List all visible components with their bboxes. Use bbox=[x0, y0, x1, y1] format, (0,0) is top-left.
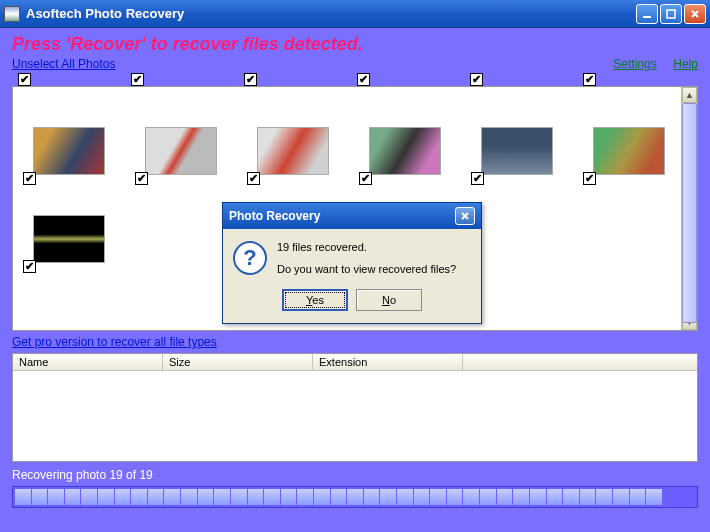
progress-segment bbox=[497, 489, 513, 505]
settings-link[interactable]: Settings bbox=[613, 57, 656, 71]
dialog-text: 19 files recovered. Do you want to view … bbox=[277, 241, 456, 275]
progress-segment bbox=[248, 489, 264, 505]
dialog-close-button[interactable] bbox=[455, 207, 475, 225]
photo-checkbox[interactable]: ✔ bbox=[583, 172, 596, 185]
progress-segment bbox=[331, 489, 347, 505]
photo-thumbnail[interactable]: ✔ bbox=[33, 215, 105, 263]
scroll-track[interactable] bbox=[682, 103, 697, 314]
progress-segment bbox=[181, 489, 197, 505]
no-button[interactable]: No bbox=[356, 289, 422, 311]
photo-checkbox[interactable]: ✔ bbox=[23, 172, 36, 185]
column-size[interactable]: Size bbox=[163, 354, 313, 370]
scrollbar[interactable]: ▲ ▼ bbox=[681, 87, 697, 330]
progress-segment bbox=[380, 489, 396, 505]
thumbnail-image bbox=[33, 215, 105, 263]
photo-thumbnail[interactable]: ✔ bbox=[593, 127, 665, 175]
progress-segment bbox=[513, 489, 529, 505]
dialog-body: ? 19 files recovered. Do you want to vie… bbox=[223, 229, 481, 285]
column-extension[interactable]: Extension bbox=[313, 354, 463, 370]
progress-segment bbox=[297, 489, 313, 505]
photo-thumbnail[interactable]: ✔ bbox=[33, 127, 105, 175]
progress-segment bbox=[264, 489, 280, 505]
top-links: Unselect All Photos Settings Help bbox=[12, 57, 698, 71]
thumbnail-image bbox=[481, 127, 553, 175]
prompt-text: Press 'Recover' to recover files detecte… bbox=[12, 34, 698, 55]
minimize-button[interactable] bbox=[636, 4, 658, 24]
progress-segment bbox=[463, 489, 479, 505]
photo-checkbox[interactable]: ✔ bbox=[244, 73, 257, 86]
progress-segment bbox=[530, 489, 546, 505]
photo-checkbox[interactable]: ✔ bbox=[131, 73, 144, 86]
progress-segment bbox=[663, 489, 679, 505]
progress-segment bbox=[580, 489, 596, 505]
progress-segment bbox=[397, 489, 413, 505]
thumbnail-image bbox=[257, 127, 329, 175]
progress-segment bbox=[314, 489, 330, 505]
yes-button[interactable]: Yes bbox=[282, 289, 348, 311]
thumbnail-image bbox=[33, 127, 105, 175]
progress-segment bbox=[164, 489, 180, 505]
progress-segment bbox=[15, 489, 31, 505]
photo-checkbox[interactable]: ✔ bbox=[18, 73, 31, 86]
progress-segment bbox=[613, 489, 629, 505]
progress-segment bbox=[430, 489, 446, 505]
dialog-line2: Do you want to view recovered files? bbox=[277, 263, 456, 275]
scroll-thumb[interactable] bbox=[682, 103, 697, 323]
thumbnail-image bbox=[145, 127, 217, 175]
column-name[interactable]: Name bbox=[13, 354, 163, 370]
photo-thumbnail[interactable]: ✔ bbox=[257, 127, 329, 175]
thumbnail-image bbox=[369, 127, 441, 175]
app-title: Asoftech Photo Recovery bbox=[26, 6, 636, 21]
photo-checkbox[interactable]: ✔ bbox=[357, 73, 370, 86]
file-table: Name Size Extension bbox=[12, 353, 698, 462]
photo-checkbox[interactable]: ✔ bbox=[135, 172, 148, 185]
photo-checkbox[interactable]: ✔ bbox=[470, 73, 483, 86]
question-icon: ? bbox=[233, 241, 267, 275]
progress-segment bbox=[214, 489, 230, 505]
maximize-button[interactable] bbox=[660, 4, 682, 24]
progress-segment bbox=[131, 489, 147, 505]
help-link[interactable]: Help bbox=[673, 57, 698, 71]
status-text: Recovering photo 19 of 19 bbox=[12, 468, 698, 482]
progress-segment bbox=[32, 489, 48, 505]
photo-checkbox[interactable]: ✔ bbox=[471, 172, 484, 185]
pro-version-link[interactable]: Get pro version to recover all file type… bbox=[12, 335, 217, 349]
progress-segment bbox=[347, 489, 363, 505]
progress-segment bbox=[414, 489, 430, 505]
unselect-all-link[interactable]: Unselect All Photos bbox=[12, 57, 115, 71]
progress-segment bbox=[65, 489, 81, 505]
photo-checkbox[interactable]: ✔ bbox=[23, 260, 36, 273]
progress-segment bbox=[81, 489, 97, 505]
photo-thumbnail[interactable]: ✔ bbox=[145, 127, 217, 175]
progress-segment bbox=[679, 489, 695, 505]
progress-segment bbox=[447, 489, 463, 505]
titlebar: Asoftech Photo Recovery bbox=[0, 0, 710, 28]
progress-segment bbox=[231, 489, 247, 505]
progress-segment bbox=[646, 489, 662, 505]
dialog-line1: 19 files recovered. bbox=[277, 241, 456, 253]
progress-bar bbox=[12, 486, 698, 508]
top-checkbox-row: ✔ ✔ ✔ ✔ ✔ ✔ bbox=[12, 71, 698, 86]
progress-segment bbox=[115, 489, 131, 505]
progress-segment bbox=[48, 489, 64, 505]
dialog-titlebar: Photo Recovery bbox=[223, 203, 481, 229]
progress-segment bbox=[480, 489, 496, 505]
progress-segment bbox=[198, 489, 214, 505]
app-icon bbox=[4, 6, 20, 22]
svg-rect-1 bbox=[667, 10, 675, 18]
progress-segment bbox=[547, 489, 563, 505]
photo-checkbox[interactable]: ✔ bbox=[247, 172, 260, 185]
recovery-dialog: Photo Recovery ? 19 files recovered. Do … bbox=[222, 202, 482, 324]
photo-checkbox[interactable]: ✔ bbox=[583, 73, 596, 86]
table-header: Name Size Extension bbox=[13, 354, 697, 371]
progress-segment bbox=[563, 489, 579, 505]
progress-segment bbox=[148, 489, 164, 505]
dialog-buttons: Yes No bbox=[223, 285, 481, 323]
dialog-title: Photo Recovery bbox=[229, 209, 320, 223]
close-button[interactable] bbox=[684, 4, 706, 24]
progress-segment bbox=[596, 489, 612, 505]
photo-thumbnail[interactable]: ✔ bbox=[369, 127, 441, 175]
photo-thumbnail[interactable]: ✔ bbox=[481, 127, 553, 175]
scroll-up-button[interactable]: ▲ bbox=[682, 87, 697, 103]
photo-checkbox[interactable]: ✔ bbox=[359, 172, 372, 185]
